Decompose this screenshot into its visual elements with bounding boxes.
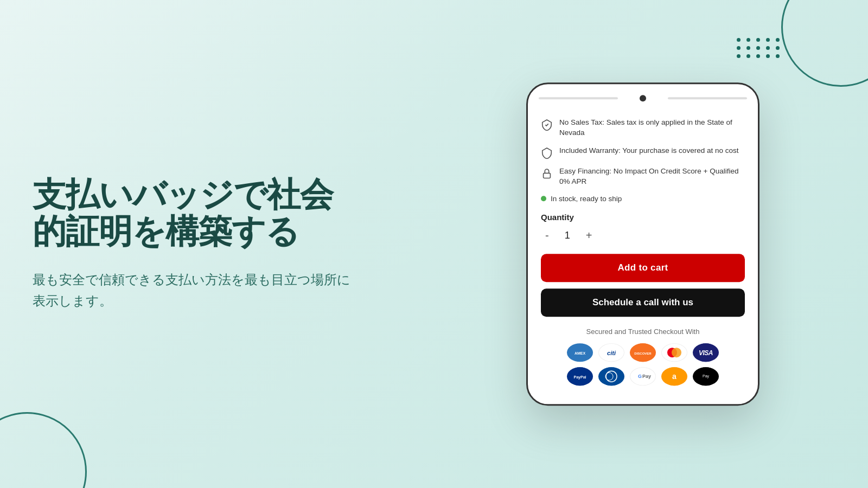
quantity-value: 1 — [562, 230, 573, 241]
in-stock-row: In stock, ready to ship — [541, 195, 745, 203]
discover-logo: DISCOVER — [630, 343, 656, 362]
add-to-cart-button[interactable]: Add to cart — [541, 254, 745, 282]
deco-dots — [737, 38, 781, 58]
diners-logo — [598, 367, 624, 386]
lock-icon — [541, 168, 553, 179]
phone-camera — [640, 95, 646, 101]
svg-text:citi: citi — [607, 350, 616, 356]
svg-text:G: G — [638, 374, 642, 379]
svg-text:DISCOVER: DISCOVER — [634, 352, 652, 355]
dot — [766, 54, 770, 58]
phone-mockup: No Sales Tax: Sales tax is only applied … — [526, 82, 760, 406]
feature-text-tax: No Sales Tax: Sales tax is only applied … — [559, 118, 745, 138]
payment-logos-row1: AMEX citi DISCOVER — [541, 343, 745, 362]
dot — [756, 46, 760, 50]
in-stock-text: In stock, ready to ship — [551, 195, 622, 203]
page-title: 支払いバッジで社会的証明を構築する — [33, 176, 358, 250]
payment-logos-row2: PayPal G Pay — [541, 367, 745, 386]
dot — [746, 38, 750, 42]
svg-text:Pay: Pay — [703, 374, 710, 378]
dot — [756, 38, 760, 42]
page-subtitle: 最も安全で信頼できる支払い方法を最も目立つ場所に表示します。 — [33, 270, 358, 312]
notch-line-left — [539, 97, 618, 99]
citi-logo: citi — [598, 343, 624, 362]
visa-logo: VISA — [693, 343, 719, 362]
svg-text:Pay: Pay — [642, 374, 651, 379]
dot — [737, 38, 741, 42]
feature-text-warranty: Included Warranty: Your purchase is cove… — [559, 146, 738, 156]
gpay-logo: G Pay — [630, 367, 656, 386]
quantity-increase-button[interactable]: + — [582, 227, 597, 244]
check-shield-icon — [541, 119, 553, 131]
dot — [776, 38, 780, 42]
svg-rect-0 — [544, 173, 551, 178]
schedule-call-button[interactable]: Schedule a call with us — [541, 288, 745, 317]
phone-frame: No Sales Tax: Sales tax is only applied … — [526, 82, 760, 406]
dot — [766, 46, 770, 50]
svg-text:AMEX: AMEX — [575, 351, 586, 355]
svg-point-9 — [672, 348, 681, 357]
dot — [776, 46, 780, 50]
shield-icon — [541, 147, 553, 159]
paypal-logo: PayPal — [567, 367, 593, 386]
apple-pay-logo: Pay — [693, 367, 719, 386]
amazon-logo: a — [661, 367, 687, 386]
dot — [776, 54, 780, 58]
checkout-label: Secured and Trusted Checkout With — [541, 328, 745, 336]
quantity-row: - 1 + — [541, 227, 745, 244]
feature-text-financing: Easy Financing: No Impact On Credit Scor… — [559, 166, 745, 187]
deco-circle-bottom-left — [0, 412, 87, 488]
feature-item-warranty: Included Warranty: Your purchase is cove… — [541, 146, 745, 159]
phone-content: No Sales Tax: Sales tax is only applied … — [528, 109, 758, 404]
notch-line-right — [668, 97, 747, 99]
dot — [746, 46, 750, 50]
dot — [766, 38, 770, 42]
in-stock-dot — [541, 196, 546, 201]
svg-text:a: a — [672, 372, 676, 381]
feature-list: No Sales Tax: Sales tax is only applied … — [541, 118, 745, 203]
svg-text:VISA: VISA — [699, 349, 713, 357]
feature-item-financing: Easy Financing: No Impact On Credit Scor… — [541, 166, 745, 187]
feature-item-tax: No Sales Tax: Sales tax is only applied … — [541, 118, 745, 138]
svg-text:PayPal: PayPal — [574, 375, 586, 380]
phone-notch-bar — [528, 95, 758, 109]
quantity-label: Quantity — [541, 213, 745, 222]
dot — [746, 54, 750, 58]
amex-logo: AMEX — [567, 343, 593, 362]
deco-circle-top-right — [781, 0, 868, 87]
mastercard-logo — [661, 343, 687, 362]
quantity-decrease-button[interactable]: - — [541, 227, 553, 244]
svg-point-14 — [602, 367, 621, 386]
dot — [737, 46, 741, 50]
dot — [737, 54, 741, 58]
dot — [756, 54, 760, 58]
left-content: 支払いバッジで社会的証明を構築する 最も安全で信頼できる支払い方法を最も目立つ場… — [33, 176, 358, 311]
